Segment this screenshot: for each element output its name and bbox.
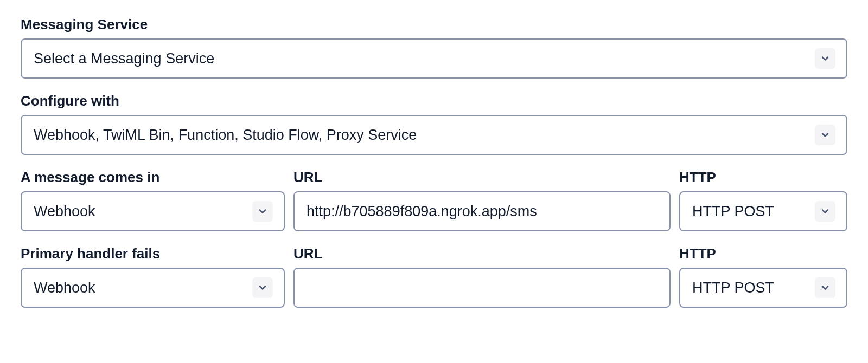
- message-comes-in-http-select[interactable]: HTTP POST: [679, 191, 847, 231]
- primary-handler-fails-label: Primary handler fails: [21, 245, 285, 262]
- primary-handler-fails-url-input[interactable]: [293, 268, 671, 308]
- primary-handler-fails-handler-value: Webhook: [34, 280, 252, 296]
- primary-handler-fails-handler-select[interactable]: Webhook: [21, 268, 285, 308]
- message-comes-in-row: A message comes in Webhook URL HTTP HTTP…: [21, 169, 847, 231]
- primary-handler-fails-url-col: URL: [293, 245, 671, 308]
- chevron-down-icon: [252, 277, 273, 298]
- message-comes-in-http-col: HTTP HTTP POST: [679, 169, 847, 231]
- message-comes-in-url-col: URL: [293, 169, 671, 231]
- primary-handler-fails-http-label: HTTP: [679, 245, 847, 262]
- message-comes-in-url-label: URL: [293, 169, 671, 186]
- chevron-down-icon: [815, 277, 835, 298]
- primary-handler-fails-url-label: URL: [293, 245, 671, 262]
- messaging-config-form: Messaging Service Select a Messaging Ser…: [21, 16, 847, 308]
- messaging-service-label: Messaging Service: [21, 16, 847, 33]
- chevron-down-icon: [252, 201, 273, 222]
- message-comes-in-handler-select[interactable]: Webhook: [21, 191, 285, 231]
- configure-with-group: Configure with Webhook, TwiML Bin, Funct…: [21, 93, 847, 155]
- chevron-down-icon: [815, 125, 835, 145]
- primary-handler-fails-http-select[interactable]: HTTP POST: [679, 268, 847, 308]
- messaging-service-select[interactable]: Select a Messaging Service: [21, 38, 847, 79]
- messaging-service-group: Messaging Service Select a Messaging Ser…: [21, 16, 847, 79]
- chevron-down-icon: [815, 201, 835, 222]
- configure-with-select[interactable]: Webhook, TwiML Bin, Function, Studio Flo…: [21, 115, 847, 155]
- primary-handler-fails-http-value: HTTP POST: [692, 280, 815, 296]
- message-comes-in-url-input[interactable]: [293, 191, 671, 231]
- message-comes-in-http-value: HTTP POST: [692, 203, 815, 220]
- configure-with-label: Configure with: [21, 93, 847, 109]
- message-comes-in-handler-value: Webhook: [34, 203, 252, 220]
- message-comes-in-label: A message comes in: [21, 169, 285, 186]
- message-comes-in-http-label: HTTP: [679, 169, 847, 186]
- primary-handler-fails-http-col: HTTP HTTP POST: [679, 245, 847, 308]
- configure-with-value: Webhook, TwiML Bin, Function, Studio Flo…: [34, 127, 815, 144]
- primary-handler-fails-row: Primary handler fails Webhook URL HTTP H…: [21, 245, 847, 308]
- chevron-down-icon: [815, 48, 835, 69]
- primary-handler-fails-handler-col: Primary handler fails Webhook: [21, 245, 285, 308]
- messaging-service-value: Select a Messaging Service: [34, 50, 815, 67]
- message-comes-in-handler-col: A message comes in Webhook: [21, 169, 285, 231]
